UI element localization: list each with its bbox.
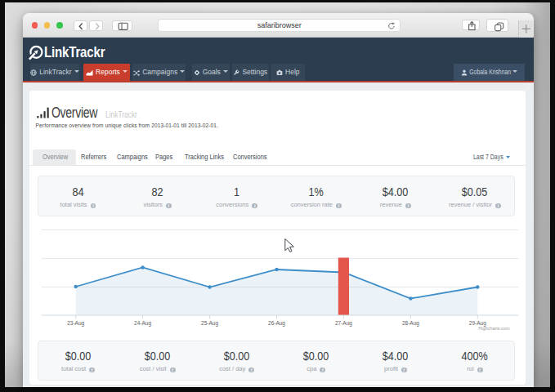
svg-text:27-Aug: 27-Aug [335,320,352,327]
svg-text:28-Aug: 28-Aug [402,320,419,327]
svg-text:24-Aug: 24-Aug [134,320,151,327]
svg-text:25-Aug: 25-Aug [201,320,218,327]
svg-text:23-Aug: 23-Aug [67,320,84,327]
svg-text:26-Aug: 26-Aug [268,320,285,327]
svg-text:Highcharts.com: Highcharts.com [478,326,510,331]
